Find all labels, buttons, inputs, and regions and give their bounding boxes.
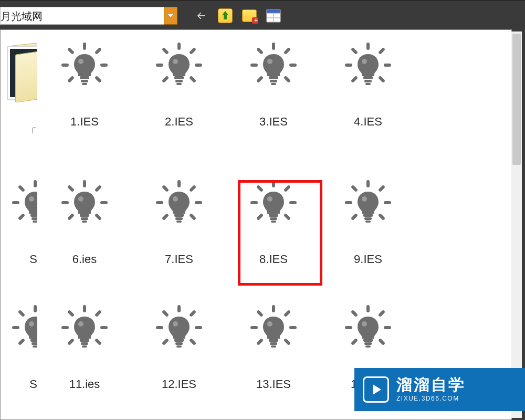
watermark: 溜溜自学 ZIXUE.3D66.COM — [354, 368, 525, 411]
file-label: 2.IES — [165, 115, 193, 129]
file-item[interactable]: 2.IES — [132, 35, 226, 141]
file-label: 3.IES — [259, 115, 288, 129]
play-icon — [373, 384, 381, 395]
file-item[interactable]: 9.IES — [321, 173, 415, 266]
file-item[interactable]: 11.ies — [37, 298, 132, 391]
file-item[interactable]: 3.IES — [226, 35, 321, 141]
file-item[interactable]: 4.IES — [321, 35, 415, 141]
view-mode-icon — [266, 9, 281, 23]
file-label: S — [29, 377, 37, 391]
light-icon — [153, 303, 205, 355]
new-folder-button[interactable] — [242, 8, 257, 24]
light-icon — [342, 40, 394, 93]
up-folder-button[interactable] — [217, 8, 233, 24]
file-label: 「 — [26, 125, 37, 141]
file-item[interactable]: 7.IES — [132, 173, 226, 266]
watermark-logo — [363, 376, 389, 403]
file-item-partial[interactable]: S — [1, 173, 37, 266]
file-label: 12.IES — [162, 377, 196, 391]
file-label: 11.ies — [69, 377, 100, 391]
folder-up-icon — [218, 8, 233, 23]
file-label: 8.IES — [259, 253, 288, 266]
light-icon — [9, 178, 37, 230]
file-pane: 「 1.IES 2.IES 3.IES 4.IES S — [0, 29, 512, 420]
watermark-subtitle: ZIXUE.3D66.COM — [396, 395, 466, 402]
light-icon — [58, 40, 111, 93]
address-dropdown-button[interactable] — [164, 7, 177, 25]
watermark-text: 溜溜自学 ZIXUE.3D66.COM — [396, 377, 466, 402]
vertical-scrollbar[interactable] — [511, 32, 522, 418]
light-icon — [153, 40, 205, 93]
toolbar: 月光域网 — [0, 0, 525, 32]
file-item[interactable]: 13.IES — [226, 298, 321, 391]
file-label: 13.IES — [256, 377, 291, 391]
file-label: 4.IES — [354, 115, 382, 129]
back-arrow-icon — [195, 10, 207, 22]
file-item[interactable]: 12.IES — [132, 298, 226, 391]
scrollbar-thumb[interactable] — [512, 34, 521, 165]
address-bar: 月光域网 — [0, 7, 177, 25]
new-folder-icon — [242, 9, 257, 22]
file-item-8[interactable]: 8.IES — [226, 173, 321, 266]
file-label: 9.IES — [354, 253, 382, 266]
file-item-partial[interactable]: 「 — [1, 35, 37, 141]
light-icon — [58, 303, 111, 355]
folder-icon — [6, 40, 37, 103]
chevron-down-icon — [168, 14, 173, 17]
file-label: 7.IES — [165, 253, 193, 266]
address-input[interactable]: 月光域网 — [0, 7, 164, 25]
light-icon — [247, 40, 300, 93]
view-mode-button[interactable] — [266, 8, 281, 24]
light-icon — [153, 178, 205, 230]
file-label: 1.IES — [70, 115, 99, 129]
back-button[interactable] — [193, 8, 209, 24]
light-icon — [247, 303, 300, 355]
file-label: 6.ies — [72, 253, 97, 266]
toolbar-buttons — [193, 8, 281, 24]
light-icon — [9, 303, 37, 355]
file-item[interactable]: 1.IES — [37, 35, 132, 141]
file-item[interactable]: 6.ies — [37, 173, 132, 266]
main-area: 「 1.IES 2.IES 3.IES 4.IES S — [0, 29, 525, 420]
light-icon — [58, 178, 111, 230]
light-icon — [342, 178, 394, 230]
file-label: S — [29, 253, 37, 266]
light-icon — [247, 178, 300, 230]
watermark-title: 溜溜自学 — [396, 377, 466, 393]
file-grid: 「 1.IES 2.IES 3.IES 4.IES S — [1, 35, 511, 391]
file-item-partial[interactable]: S — [1, 298, 37, 391]
light-icon — [342, 303, 394, 355]
